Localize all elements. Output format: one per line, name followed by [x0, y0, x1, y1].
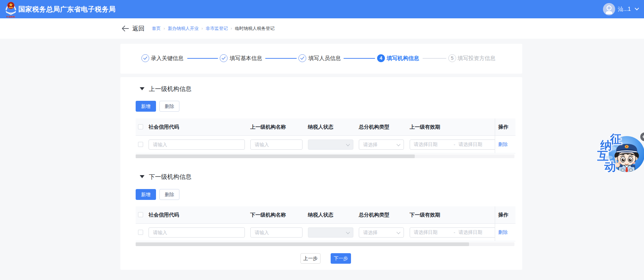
breadcrumb-separator-icon: › — [201, 26, 203, 31]
org-name-input[interactable] — [250, 227, 303, 238]
header-cell: 总分机构类型 — [359, 118, 410, 135]
back-arrow-icon — [121, 25, 129, 32]
horizontal-scrollbar — [136, 242, 514, 246]
valid-period-cell: 请选择日期 - 请选择日期 — [410, 136, 495, 153]
step-2-done-icon — [220, 54, 228, 62]
upper-org-table: 社会信用代码 上一级机构名称 纳税人状态 总分机构类型 上一级有效期 操作 — [136, 118, 515, 153]
add-button-lower[interactable]: 新增 — [136, 189, 156, 200]
date-start-placeholder[interactable]: 请选择日期 — [414, 229, 450, 236]
row-checkbox[interactable] — [138, 142, 143, 147]
column-title: 上一级有效期 — [410, 124, 440, 130]
breadcrumb-item-home[interactable]: 首页 — [152, 25, 161, 32]
valid-period-date-range[interactable]: 请选择日期 - 请选择日期 — [410, 227, 495, 238]
column-title: 纳税人状态 — [308, 124, 333, 130]
header-cell: 下一级机构名称 — [250, 206, 308, 223]
select-all-checkbox[interactable] — [138, 212, 143, 217]
row-delete-link[interactable]: 删除 — [498, 142, 508, 148]
column-title: 社会信用代码 — [149, 212, 179, 218]
org-type-select[interactable]: 请选择 — [359, 139, 404, 150]
user-name[interactable]: 汕...1 — [618, 6, 631, 13]
step-1-done-icon — [141, 54, 149, 62]
header-cell: 总分机构类型 — [359, 206, 410, 223]
add-button-upper[interactable]: 新增 — [136, 101, 156, 112]
back-label[interactable]: 返回 — [132, 24, 144, 33]
breadcrumb-band: 返回 首页 › 新办纳税人开业 › 非市监登记 › 临时纳税人税务登记 — [0, 18, 644, 39]
chevron-down-icon — [346, 142, 350, 146]
column-title: 操作 — [498, 212, 508, 218]
taxpayer-status-cell — [308, 224, 359, 241]
widget-collapse-button[interactable] — [640, 132, 644, 141]
step-2-label: 填写基本信息 — [230, 55, 262, 62]
date-end-placeholder[interactable]: 请选择日期 — [458, 229, 482, 236]
header-action-cell: 操作 — [495, 206, 515, 223]
column-title: 下一级有效期 — [410, 212, 440, 218]
org-name-cell — [250, 224, 308, 241]
row-checkbox-cell — [136, 224, 149, 241]
chevron-down-icon — [346, 230, 350, 234]
step-connector — [265, 58, 297, 59]
table-row: 请选择 请选择日期 - 请选择日期 删除 — [136, 224, 515, 241]
chevron-down-icon — [396, 230, 400, 234]
avatar[interactable] — [603, 3, 615, 15]
org-type-select[interactable]: 请选择 — [359, 227, 404, 238]
column-title: 下一级机构名称 — [250, 212, 286, 218]
date-end-placeholder[interactable]: 请选择日期 — [458, 142, 482, 148]
delete-button-lower[interactable]: 删除 — [159, 189, 179, 200]
header-cell: 纳税人状态 — [308, 118, 359, 135]
credit-code-input[interactable] — [149, 227, 245, 238]
step-connector — [344, 58, 375, 59]
step-5-number-badge: 5 — [448, 54, 456, 62]
valid-period-date-range[interactable]: 请选择日期 - 请选择日期 — [410, 139, 495, 150]
scrollbar-thumb[interactable] — [136, 154, 415, 158]
interaction-assistant-widget[interactable]: 征 纳 互 动 — [597, 131, 644, 182]
header-cell: 上一级有效期 — [410, 118, 495, 135]
breadcrumb-item-new-taxpayer[interactable]: 新办纳税人开业 — [168, 25, 199, 32]
form-card: 上一级机构信息 新增 删除 社会信用代码 上一级机构名称 纳税人状态 总分机构类… — [120, 77, 522, 270]
org-name-input[interactable] — [250, 139, 303, 150]
lower-org-table: 社会信用代码 下一级机构名称 纳税人状态 总分机构类型 下一级有效期 操作 — [136, 206, 515, 241]
table-row: 请选择 请选择日期 - 请选择日期 删除 — [136, 136, 515, 153]
collapse-caret-icon[interactable] — [140, 175, 144, 178]
select-all-checkbox[interactable] — [138, 124, 143, 129]
row-delete-link[interactable]: 删除 — [498, 229, 508, 236]
horizontal-scrollbar — [136, 154, 514, 158]
breadcrumb-item-non-market-reg[interactable]: 非市监登记 — [206, 25, 228, 32]
step-4-label: 填写机构信息 — [387, 55, 419, 62]
step-5-label: 填写投资方信息 — [457, 55, 495, 62]
credit-code-cell — [149, 136, 250, 153]
date-start-placeholder[interactable]: 请选择日期 — [414, 142, 450, 148]
date-separator: - — [450, 230, 458, 235]
org-name-cell — [250, 136, 308, 153]
step-connector — [423, 58, 446, 59]
step-3-done-icon — [298, 54, 306, 62]
taxpayer-status-cell — [308, 136, 359, 153]
org-type-cell: 请选择 — [359, 224, 410, 241]
step-4-number-badge: 4 — [377, 54, 385, 62]
chevron-down-icon[interactable] — [635, 6, 639, 10]
scrollbar-thumb[interactable] — [136, 242, 469, 246]
tax-bureau-logo-icon: 中国税务 — [5, 1, 17, 18]
header-cell: 上一级机构名称 — [250, 118, 308, 135]
column-title: 操作 — [498, 124, 508, 130]
step-1-label: 录入关键信息 — [151, 55, 183, 62]
collapse-caret-icon[interactable] — [140, 87, 144, 90]
row-checkbox[interactable] — [138, 230, 143, 235]
action-cell: 删除 — [495, 224, 515, 241]
select-placeholder: 请选择 — [363, 228, 377, 237]
back-button[interactable]: 返回 — [121, 18, 144, 39]
header-checkbox-cell — [136, 206, 149, 223]
site-title: 国家税务总局广东省电子税务局 — [18, 0, 116, 18]
delete-button-upper[interactable]: 删除 — [159, 101, 179, 112]
prev-step-button[interactable]: 上一步 — [300, 253, 320, 264]
org-type-cell: 请选择 — [359, 136, 410, 153]
column-title: 社会信用代码 — [149, 124, 179, 130]
next-step-button[interactable]: 下一步 — [331, 253, 351, 264]
section-lower-title: 下一级机构信息 — [149, 172, 192, 181]
credit-code-input[interactable] — [149, 139, 245, 150]
header-cell: 社会信用代码 — [149, 206, 250, 223]
breadcrumb-item-current: 临时纳税人税务登记 — [235, 25, 274, 32]
user-area[interactable]: 汕...1 — [603, 0, 638, 18]
valid-period-cell: 请选择日期 - 请选择日期 — [410, 224, 495, 241]
step-connector — [187, 58, 218, 59]
column-title: 上一级机构名称 — [250, 124, 286, 130]
